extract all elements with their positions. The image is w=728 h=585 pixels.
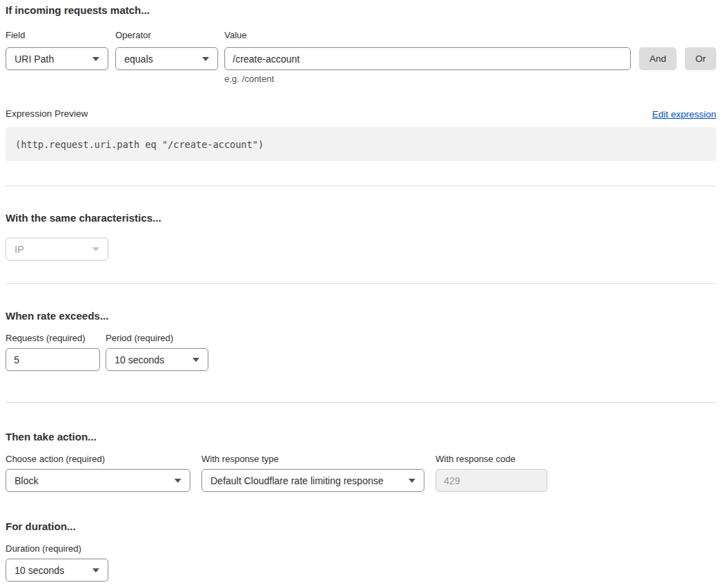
period-label: Period (required) bbox=[106, 333, 208, 344]
and-button[interactable]: And bbox=[639, 47, 677, 70]
duration-select[interactable]: 10 seconds bbox=[6, 559, 108, 582]
choose-action-select[interactable]: Block bbox=[6, 469, 190, 492]
response-type-select-value: Default Cloudflare rate limiting respons… bbox=[210, 475, 383, 486]
duration-select-value: 10 seconds bbox=[15, 565, 65, 576]
response-code-group: With response code bbox=[436, 454, 547, 492]
expression-preview-header: Expression Preview Edit expression bbox=[6, 108, 716, 120]
section-divider bbox=[6, 283, 716, 284]
requests-input[interactable] bbox=[6, 348, 100, 371]
match-builder-row: Field URI Path Operator equals Value e.g… bbox=[6, 30, 716, 85]
duration-section-title: For duration... bbox=[6, 521, 716, 532]
operator-select-value: equals bbox=[124, 53, 153, 65]
characteristic-select-value: IP bbox=[15, 244, 24, 255]
operator-group: Operator equals bbox=[115, 30, 218, 70]
section-divider bbox=[6, 186, 716, 186]
rate-limiting-rule-form: If incoming requests match... Field URI … bbox=[0, 0, 728, 585]
field-select[interactable]: URI Path bbox=[6, 47, 108, 70]
period-select-value: 10 seconds bbox=[115, 354, 165, 365]
response-type-group: With response type Default Cloudflare ra… bbox=[201, 454, 424, 492]
field-group: Field URI Path bbox=[6, 30, 108, 70]
characteristic-select: IP bbox=[6, 238, 108, 261]
chevron-down-icon bbox=[92, 57, 99, 61]
value-label: Value bbox=[224, 30, 631, 41]
period-group: Period (required) 10 seconds bbox=[106, 333, 208, 371]
requests-label: Requests (required) bbox=[6, 333, 100, 344]
chevron-down-icon bbox=[202, 57, 209, 61]
choose-action-group: Choose action (required) Block bbox=[6, 454, 190, 492]
choose-action-select-value: Block bbox=[15, 475, 38, 486]
edit-expression-link[interactable]: Edit expression bbox=[652, 109, 716, 120]
value-input[interactable] bbox=[224, 47, 631, 70]
rate-section-title: When rate exceeds... bbox=[6, 311, 716, 322]
operator-label: Operator bbox=[115, 30, 218, 41]
period-select[interactable]: 10 seconds bbox=[106, 348, 208, 371]
action-row: Choose action (required) Block With resp… bbox=[6, 454, 716, 492]
choose-action-label: Choose action (required) bbox=[6, 454, 190, 465]
characteristics-section-title: With the same characteristics... bbox=[6, 213, 716, 224]
duration-group: Duration (required) 10 seconds bbox=[6, 543, 108, 582]
chevron-down-icon bbox=[174, 479, 181, 483]
value-group: Value e.g. /content bbox=[224, 30, 631, 85]
rate-row: Requests (required) Period (required) 10… bbox=[6, 333, 716, 371]
match-section-title: If incoming requests match... bbox=[6, 5, 716, 16]
value-helper-text: e.g. /content bbox=[224, 74, 631, 85]
chevron-down-icon bbox=[192, 358, 199, 362]
section-divider bbox=[6, 402, 716, 403]
duration-label: Duration (required) bbox=[6, 543, 108, 554]
expression-preview-label: Expression Preview bbox=[6, 108, 88, 120]
response-type-select[interactable]: Default Cloudflare rate limiting respons… bbox=[201, 469, 424, 492]
or-button[interactable]: Or bbox=[685, 47, 716, 70]
operator-select[interactable]: equals bbox=[115, 47, 218, 70]
response-code-input bbox=[436, 469, 547, 492]
requests-group: Requests (required) bbox=[6, 333, 100, 371]
response-type-label: With response type bbox=[201, 454, 424, 465]
expression-preview-code: (http.request.uri.path eq "/create-accou… bbox=[6, 127, 716, 161]
response-code-label: With response code bbox=[436, 454, 547, 465]
chevron-down-icon bbox=[92, 568, 99, 572]
field-label: Field bbox=[6, 30, 108, 41]
chevron-down-icon bbox=[92, 247, 99, 252]
field-select-value: URI Path bbox=[15, 53, 54, 65]
action-section-title: Then take action... bbox=[6, 431, 716, 443]
chevron-down-icon bbox=[408, 479, 415, 483]
